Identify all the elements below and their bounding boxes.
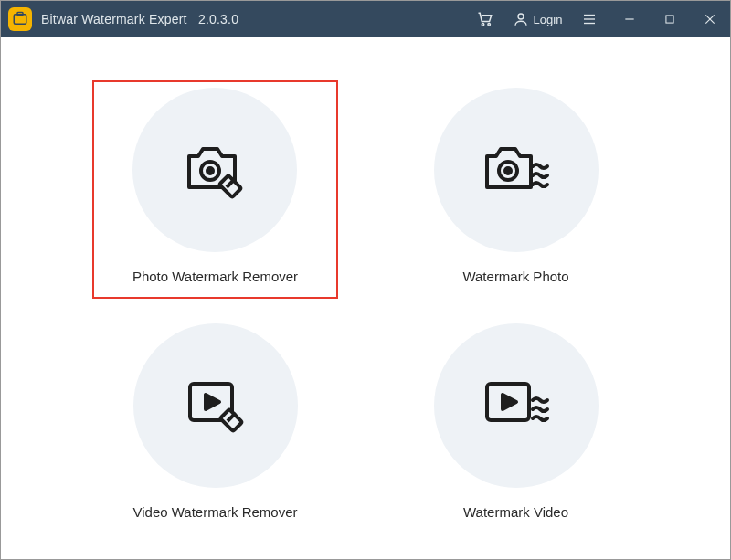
minimize-icon — [622, 12, 637, 26]
svg-marker-19 — [206, 395, 219, 409]
app-logo-icon — [12, 11, 28, 27]
card-icon-circle — [434, 323, 599, 488]
titlebar: Bitwar Watermark Expert 2.0.3.0 Login — [1, 1, 730, 37]
svg-point-2 — [482, 24, 484, 26]
app-window: Bitwar Watermark Expert 2.0.3.0 Login — [0, 0, 731, 560]
main-content: Photo Watermark Remover Watermark Photo — [1, 37, 730, 559]
video-erase-icon — [183, 376, 249, 435]
svg-rect-14 — [219, 175, 241, 197]
login-label: Login — [534, 13, 563, 26]
svg-rect-20 — [219, 409, 241, 431]
video-waves-icon — [482, 376, 551, 435]
svg-point-4 — [518, 14, 524, 19]
card-watermark-photo[interactable]: Watermark Photo — [434, 88, 599, 284]
svg-point-17 — [505, 168, 511, 174]
close-icon — [703, 12, 717, 26]
card-label: Watermark Photo — [462, 269, 568, 284]
svg-rect-0 — [14, 15, 26, 25]
card-photo-watermark-remover[interactable]: Photo Watermark Remover — [94, 82, 336, 297]
maximize-icon — [663, 13, 676, 26]
close-button[interactable] — [690, 1, 730, 37]
card-icon-circle — [434, 88, 599, 252]
app-version-text: 2.0.3.0 — [198, 12, 238, 26]
card-video-watermark-remover[interactable]: Video Watermark Remover — [132, 323, 297, 520]
cart-button[interactable] — [465, 1, 505, 37]
menu-icon — [581, 11, 598, 27]
app-title: Bitwar Watermark Expert 2.0.3.0 — [41, 12, 238, 26]
login-button[interactable]: Login — [505, 11, 569, 27]
card-label: Video Watermark Remover — [132, 504, 297, 520]
card-label: Photo Watermark Remover — [132, 269, 298, 284]
svg-rect-9 — [666, 16, 673, 23]
app-name-text: Bitwar Watermark Expert — [41, 12, 187, 26]
camera-waves-icon — [482, 141, 551, 199]
svg-marker-23 — [503, 395, 516, 409]
user-icon — [513, 11, 529, 27]
svg-point-13 — [207, 168, 213, 174]
cart-icon — [476, 10, 494, 28]
minimize-button[interactable] — [609, 1, 650, 37]
svg-point-3 — [488, 24, 491, 26]
card-watermark-video[interactable]: Watermark Video — [434, 323, 599, 520]
menu-button[interactable] — [569, 1, 609, 37]
maximize-button[interactable] — [650, 1, 690, 37]
card-icon-circle — [132, 88, 297, 252]
app-logo — [8, 7, 32, 31]
card-icon-circle — [133, 323, 298, 488]
camera-erase-icon — [182, 141, 248, 199]
card-label: Watermark Video — [463, 504, 568, 520]
